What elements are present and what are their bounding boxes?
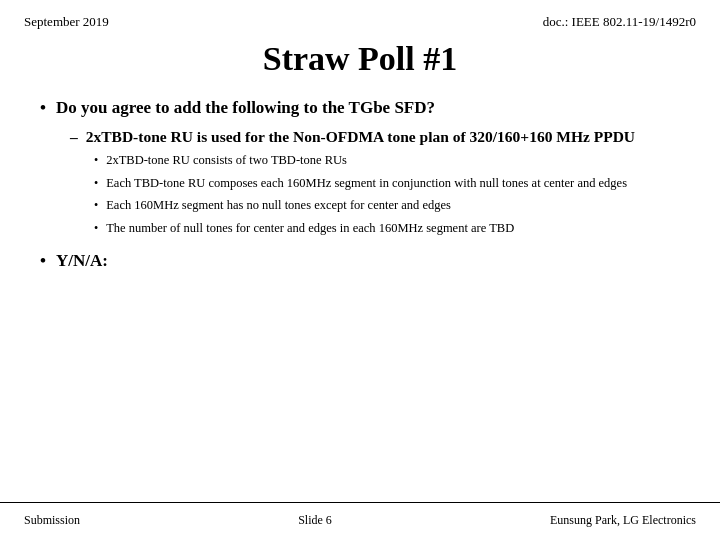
nested-dot: • [94,175,98,192]
list-item: • Each TBD-tone RU composes each 160MHz … [94,175,680,193]
bullet-dot-2: • [40,251,46,271]
list-item: • 2xTBD-tone RU consists of two TBD-tone… [94,152,680,170]
title-section: Straw Poll #1 [0,36,720,90]
nested-text-1: Each TBD-tone RU composes each 160MHz se… [106,175,627,193]
slide-title: Straw Poll #1 [24,40,696,78]
dash-item: – 2xTBD-tone RU is used for the Non-OFDM… [70,128,680,146]
footer-submission: Submission [24,513,80,528]
footer-slide-number: Slide 6 [298,513,332,528]
nested-text-2: Each 160MHz segment has no null tones ex… [106,197,451,215]
slide-header: September 2019 doc.: IEEE 802.11-19/1492… [0,0,720,36]
slide-footer: Submission Slide 6 Eunsung Park, LG Elec… [0,502,720,540]
main-bullet-1-text: Do you agree to add the following to the… [56,98,435,118]
list-item: • Each 160MHz segment has no null tones … [94,197,680,215]
nested-bullets: • 2xTBD-tone RU consists of two TBD-tone… [94,152,680,237]
footer-author: Eunsung Park, LG Electronics [550,513,696,528]
yn-text: Y/N/A: [56,251,108,271]
list-item: • The number of null tones for center an… [94,220,680,238]
slide: September 2019 doc.: IEEE 802.11-19/1492… [0,0,720,540]
nested-text-3: The number of null tones for center and … [106,220,514,238]
main-bullet-1: • Do you agree to add the following to t… [40,98,680,118]
sub-bullet-section: – 2xTBD-tone RU is used for the Non-OFDM… [70,128,680,237]
slide-content: • Do you agree to add the following to t… [0,90,720,502]
main-bullet-2: • Y/N/A: [40,251,680,271]
header-date: September 2019 [24,14,109,30]
nested-dot: • [94,220,98,237]
nested-text-0: 2xTBD-tone RU consists of two TBD-tone R… [106,152,347,170]
nested-dot: • [94,152,98,169]
dash-symbol: – [70,128,78,146]
header-doc: doc.: IEEE 802.11-19/1492r0 [543,14,696,30]
bullet-dot-1: • [40,98,46,118]
dash-item-text: 2xTBD-tone RU is used for the Non-OFDMA … [86,128,635,146]
nested-dot: • [94,197,98,214]
